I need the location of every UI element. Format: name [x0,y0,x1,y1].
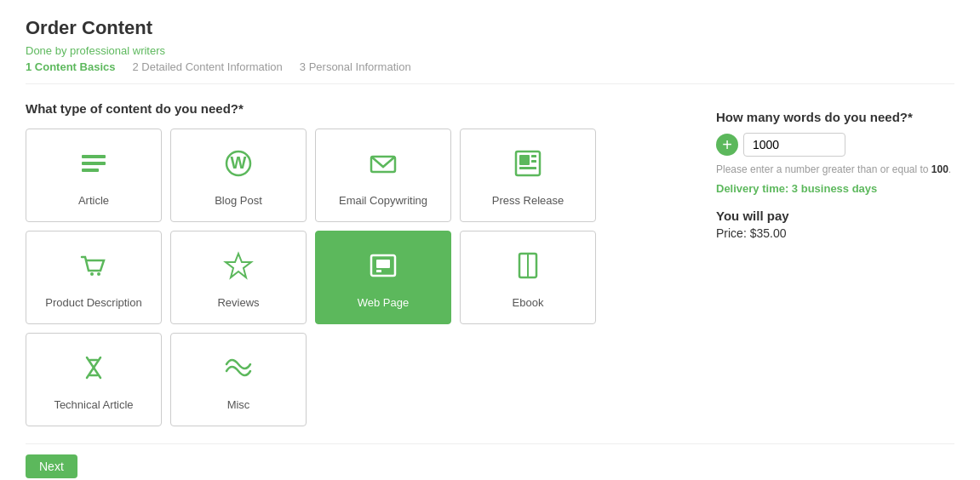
validation-message: Please enter a number greater than or eq… [716,163,954,175]
press-release-icon [513,148,543,186]
card-reviews[interactable]: Reviews [170,231,307,324]
reviews-icon [223,250,254,288]
blog-post-label: Blog Post [215,194,262,207]
blog-post-icon: W [223,148,254,186]
svg-rect-1 [82,162,106,165]
svg-rect-2 [82,169,99,172]
card-product-description[interactable]: Product Description [26,231,162,324]
web-page-label: Web Page [358,296,409,309]
price-value: Price: $35.00 [716,226,954,240]
card-email-copywriting[interactable]: Email Copywriting [315,129,451,222]
email-copywriting-icon [368,148,398,186]
next-button[interactable]: Next [26,454,77,478]
svg-rect-0 [82,155,106,158]
svg-rect-8 [531,155,536,157]
svg-marker-13 [226,254,251,277]
technical-article-icon [78,352,109,390]
ebook-label: Ebook [513,296,544,309]
svg-rect-7 [519,155,530,165]
svg-point-12 [97,272,100,276]
svg-rect-9 [531,160,536,163]
content-type-label: What type of content do you need?* [26,101,682,116]
web-page-icon [368,250,398,288]
card-ebook[interactable]: Ebook [460,231,596,324]
card-technical-article[interactable]: Technical Article [26,333,162,426]
article-icon [78,148,109,186]
svg-rect-16 [376,270,381,272]
email-copywriting-label: Email Copywriting [339,194,427,207]
card-blog-post[interactable]: W Blog Post [170,129,307,222]
step-3: 3 Personal Information [300,60,411,73]
svg-rect-15 [376,260,390,268]
product-description-label: Product Description [45,296,141,309]
technical-article-label: Technical Article [54,398,133,411]
page-title: Order Content [26,17,954,39]
press-release-label: Press Release [492,194,565,207]
you-will-pay-label: You will pay [716,209,954,223]
reviews-label: Reviews [217,296,259,309]
step-1: 1 Content Basics [26,60,115,73]
product-description-icon [78,250,109,288]
card-misc[interactable]: Misc [170,333,307,426]
misc-icon [223,352,254,390]
content-type-grid: Article W Blog Post Email Copywriting Pr… [26,129,682,426]
subtitle: Done by professional writers [26,44,954,57]
article-label: Article [78,194,109,207]
card-press-release[interactable]: Press Release [460,129,596,222]
card-web-page[interactable]: Web Page [315,231,451,324]
word-count-input[interactable] [743,133,845,157]
ebook-icon [513,250,543,288]
svg-point-11 [90,272,94,276]
step-2: 2 Detailed Content Information [132,60,282,73]
svg-text:W: W [231,153,247,172]
words-label: How many words do you need?* [716,110,954,124]
svg-rect-10 [519,167,536,169]
misc-label: Misc [227,398,250,411]
delivery-time: Delivery time: 3 business days [716,182,954,195]
card-article[interactable]: Article [26,129,162,222]
plus-button[interactable]: + [716,134,738,156]
